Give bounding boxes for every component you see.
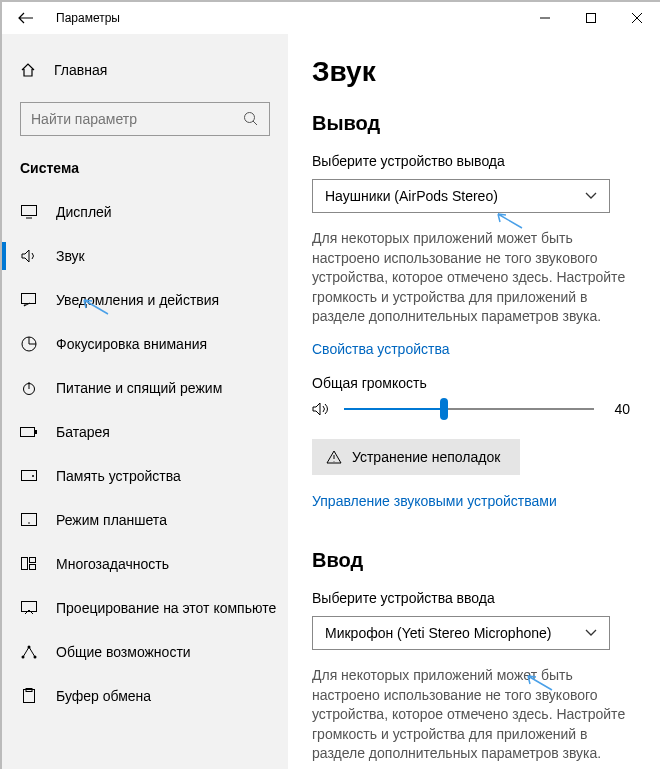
troubleshoot-label: Устранение неполадок <box>352 449 500 465</box>
svg-point-15 <box>22 656 25 659</box>
output-select-label: Выберите устройство вывода <box>312 153 636 169</box>
window-title: Параметры <box>50 11 120 25</box>
input-device-selected: Микрофон (Yeti Stereo Microphone) <box>325 625 551 641</box>
sidebar-item-tablet[interactable]: Режим планшета <box>2 498 288 542</box>
maximize-icon <box>586 13 596 23</box>
svg-point-8 <box>32 475 34 477</box>
search-input[interactable] <box>31 111 231 127</box>
sidebar-item-label: Питание и спящий режим <box>56 380 222 396</box>
svg-rect-2 <box>22 206 37 216</box>
svg-rect-12 <box>30 558 36 563</box>
notifications-icon <box>20 293 38 307</box>
search-box[interactable] <box>20 102 270 136</box>
maximize-button[interactable] <box>568 2 614 34</box>
projecting-icon <box>20 601 38 615</box>
focus-icon <box>20 336 38 352</box>
home-button[interactable]: Главная <box>2 50 288 90</box>
sidebar-item-sound[interactable]: Звук <box>2 234 288 278</box>
minimize-button[interactable] <box>522 2 568 34</box>
clipboard-icon <box>20 688 38 704</box>
close-icon <box>632 13 642 23</box>
svg-rect-5 <box>21 428 35 437</box>
minimize-icon <box>540 13 550 23</box>
back-button[interactable] <box>2 2 50 34</box>
sidebar-item-label: Фокусировка внимания <box>56 336 207 352</box>
svg-point-16 <box>34 656 37 659</box>
sidebar-item-label: Дисплей <box>56 204 112 220</box>
annotation-arrow <box>494 210 524 230</box>
sidebar-item-label: Многозадачность <box>56 556 169 572</box>
input-device-select[interactable]: Микрофон (Yeti Stereo Microphone) <box>312 616 610 650</box>
close-button[interactable] <box>614 2 660 34</box>
svg-rect-6 <box>35 430 37 434</box>
search-icon <box>243 111 259 127</box>
page-title: Звук <box>312 56 636 88</box>
volume-value: 40 <box>614 401 636 417</box>
sidebar-item-notifications[interactable]: Уведомления и действия <box>2 278 288 322</box>
volume-icon <box>312 401 332 417</box>
svg-rect-7 <box>22 471 37 481</box>
chevron-down-icon <box>585 629 597 637</box>
volume-thumb[interactable] <box>440 398 448 420</box>
svg-rect-3 <box>22 294 36 304</box>
volume-slider[interactable] <box>344 408 594 410</box>
sidebar-item-battery[interactable]: Батарея <box>2 410 288 454</box>
back-arrow-icon <box>18 12 34 24</box>
sidebar-item-multitasking[interactable]: Многозадачность <box>2 542 288 586</box>
storage-icon <box>20 470 38 482</box>
sidebar: Главная Система Дисплей Звук Уведомления… <box>2 34 288 769</box>
sidebar-item-label: Батарея <box>56 424 110 440</box>
input-description: Для некоторых приложений может быть наст… <box>312 666 636 764</box>
power-icon <box>20 380 38 396</box>
output-section-title: Вывод <box>312 112 636 135</box>
home-icon <box>20 62 36 78</box>
svg-rect-11 <box>22 558 28 570</box>
manage-devices-link[interactable]: Управление звуковыми устройствами <box>312 493 636 509</box>
output-device-selected: Наушники (AirPods Stereo) <box>325 188 498 204</box>
sidebar-item-label: Уведомления и действия <box>56 292 219 308</box>
output-description: Для некоторых приложений может быть наст… <box>312 229 636 327</box>
battery-icon <box>20 426 38 438</box>
main-content: Звук Вывод Выберите устройство вывода На… <box>288 34 660 769</box>
input-select-label: Выберите устройства ввода <box>312 590 636 606</box>
display-icon <box>20 205 38 219</box>
sidebar-item-label: Звук <box>56 248 85 264</box>
sidebar-item-shared[interactable]: Общие возможности <box>2 630 288 674</box>
shared-icon <box>20 645 38 659</box>
chevron-down-icon <box>585 192 597 200</box>
device-properties-link[interactable]: Свойства устройства <box>312 341 636 357</box>
warning-icon <box>326 450 342 464</box>
sidebar-item-focus[interactable]: Фокусировка внимания <box>2 322 288 366</box>
sidebar-item-display[interactable]: Дисплей <box>2 190 288 234</box>
input-section-title: Ввод <box>312 549 636 572</box>
svg-point-17 <box>28 646 31 649</box>
volume-fill <box>344 408 444 410</box>
home-label: Главная <box>54 62 107 78</box>
sidebar-item-label: Память устройства <box>56 468 181 484</box>
svg-point-10 <box>28 522 30 524</box>
sidebar-item-label: Режим планшета <box>56 512 167 528</box>
sidebar-item-power[interactable]: Питание и спящий режим <box>2 366 288 410</box>
sidebar-item-storage[interactable]: Память устройства <box>2 454 288 498</box>
multitasking-icon <box>20 557 38 571</box>
troubleshoot-button[interactable]: Устранение неполадок <box>312 439 520 475</box>
svg-rect-0 <box>587 14 596 23</box>
output-device-select[interactable]: Наушники (AirPods Stereo) <box>312 179 610 213</box>
category-label: Система <box>2 154 288 190</box>
sidebar-item-clipboard[interactable]: Буфер обмена <box>2 674 288 718</box>
volume-label: Общая громкость <box>312 375 636 391</box>
sound-icon <box>20 249 38 263</box>
sidebar-item-label: Проецирование на этот компьютер <box>56 600 276 616</box>
tablet-icon <box>20 513 38 527</box>
sidebar-item-label: Буфер обмена <box>56 688 151 704</box>
svg-rect-13 <box>30 565 36 570</box>
sidebar-item-label: Общие возможности <box>56 644 191 660</box>
sidebar-item-projecting[interactable]: Проецирование на этот компьютер <box>2 586 288 630</box>
